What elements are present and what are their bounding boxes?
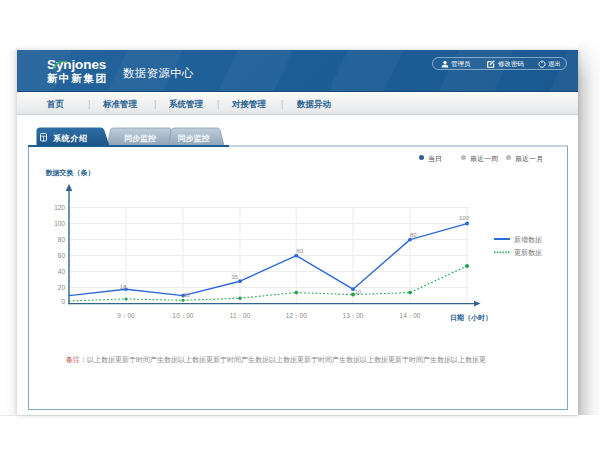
svg-text:80: 80 — [58, 236, 66, 243]
svg-text:9：00: 9：00 — [117, 312, 135, 319]
svg-text:100: 100 — [459, 215, 470, 221]
svg-text:10: 10 — [183, 292, 190, 298]
svg-text:100: 100 — [54, 220, 65, 227]
svg-text:13：00: 13：00 — [343, 312, 364, 319]
svg-text:10: 10 — [355, 289, 362, 295]
svg-text:80: 80 — [410, 232, 417, 238]
svg-text:18: 18 — [120, 284, 127, 290]
svg-text:60: 60 — [297, 248, 304, 254]
svg-text:0: 0 — [61, 298, 65, 305]
svg-text:35: 35 — [232, 274, 239, 280]
svg-text:60: 60 — [58, 252, 66, 259]
svg-text:20: 20 — [58, 284, 66, 291]
svg-text:40: 40 — [58, 268, 66, 275]
svg-text:14：00: 14：00 — [400, 312, 421, 319]
svg-text:120: 120 — [54, 204, 65, 211]
svg-text:11：00: 11：00 — [230, 312, 251, 319]
svg-text:10：00: 10：00 — [173, 312, 194, 319]
svg-text:12：00: 12：00 — [286, 312, 307, 319]
